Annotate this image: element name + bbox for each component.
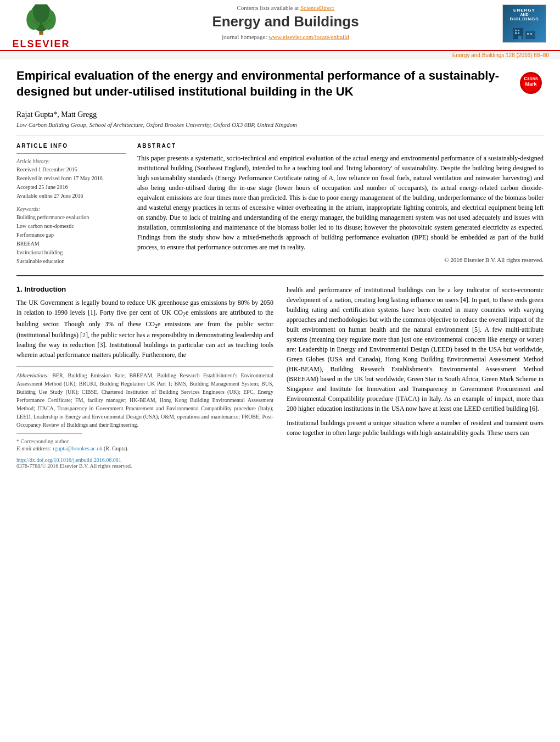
main-content: Empirical evaluation of the energy and e…: [0, 59, 560, 478]
abstract-section: ABSTRACT This paper presents a systemati…: [137, 143, 544, 266]
svg-rect-12: [518, 32, 519, 34]
sciencedirect-line: Contents lists available at ScienceDirec…: [82, 4, 489, 11]
doi-link[interactable]: http://dx.doi.org/10.1016/j.enbuild.2016…: [16, 457, 273, 463]
keyword-2: Low carbon non-domestic: [16, 222, 126, 230]
keyword-1: Building performance evaluation: [16, 214, 126, 221]
section-1-heading: 1. Introduction: [16, 285, 273, 293]
email-line: E-mail address: rgupta@brookes.ac.uk (R.…: [16, 444, 273, 453]
abstract-heading: ABSTRACT: [137, 143, 544, 149]
footnote-divider: [16, 433, 82, 434]
svg-rect-15: [518, 36, 522, 39]
svg-rect-9: [515, 30, 517, 31]
crossmark-area: Cross Mark: [519, 68, 544, 98]
article-history-label: Article history:: [16, 158, 126, 164]
article-number-bar: Energy and Buildings 128 (2016) 68–80: [0, 51, 560, 59]
journal-homepage: journal homepage: www.elsevier.com/locat…: [82, 34, 489, 40]
elsevier-label: ELSEVIER: [12, 38, 70, 50]
keywords-section: Keywords: Building performance evaluatio…: [16, 206, 126, 265]
keywords-label: Keywords:: [16, 206, 126, 212]
column-left: 1. Introduction The UK Government is leg…: [16, 285, 273, 469]
abstract-text: This paper presents a systematic, socio-…: [137, 153, 544, 252]
svg-rect-13: [527, 33, 529, 35]
authors: Rajat Gupta*, Matt Gregg: [16, 110, 544, 119]
crossmark-icon: Cross Mark: [519, 71, 544, 96]
abbreviations-section: Abbreviations: BER, Building Emission Ra…: [16, 366, 273, 429]
svg-rect-10: [518, 30, 519, 31]
intro-paragraph-right: health and performance of institutional …: [287, 285, 544, 414]
abbreviations-text: Abbreviations: BER, Building Emission Ra…: [16, 371, 273, 429]
article-info-heading: ARTICLE INFO: [16, 143, 126, 149]
intro-paragraph-1: The UK Government is legally bound to re…: [16, 298, 273, 360]
svg-rect-14: [530, 33, 532, 35]
two-column-body: 1. Introduction The UK Government is leg…: [16, 285, 544, 469]
email-link[interactable]: rgupta@brookes.ac.uk: [53, 445, 102, 451]
journal-title: Energy and Buildings: [82, 13, 489, 30]
article-body: ARTICLE INFO Article history: Received 1…: [16, 136, 544, 266]
corresponding-note: * Corresponding author.: [16, 438, 273, 444]
energy-buildings-logo: ENERGY AND BUILDINGS: [502, 4, 546, 43]
elsevier-tree-icon: [19, 4, 63, 37]
article-dates: Received 1 December 2015 Received in rev…: [16, 165, 126, 200]
journal-header: ELSEVIER Contents lists available at Sci…: [0, 0, 560, 51]
article-info: ARTICLE INFO Article history: Received 1…: [16, 143, 126, 266]
homepage-link[interactable]: www.elsevier.com/locate/enbuild: [268, 34, 349, 40]
keyword-5: Institutional building: [16, 249, 126, 256]
keyword-6: Sustainable education: [16, 258, 126, 265]
svg-text:Cross: Cross: [524, 76, 538, 81]
affiliation: Low Carbon Building Group, School of Arc…: [16, 121, 544, 128]
svg-rect-11: [515, 32, 517, 34]
journal-logo-right: ENERGY AND BUILDINGS: [500, 4, 549, 43]
rights-text: 0378-7788/© 2016 Elsevier B.V. All right…: [16, 463, 273, 469]
journal-center: Contents lists available at ScienceDirec…: [71, 4, 500, 40]
keyword-3: Performance gap: [16, 231, 126, 239]
svg-rect-8: [525, 31, 535, 39]
article-title-section: Empirical evaluation of the energy and e…: [16, 68, 544, 104]
article-title: Empirical evaluation of the energy and e…: [16, 68, 519, 99]
svg-text:Mark: Mark: [525, 81, 537, 87]
column-right: health and performance of institutional …: [287, 285, 544, 469]
elsevier-logo: ELSEVIER: [11, 4, 71, 50]
intro-paragraph-right-2: Institutional buildings present a unique…: [287, 418, 544, 438]
copyright: © 2016 Elsevier B.V. All rights reserved…: [137, 256, 544, 263]
body-divider: [16, 275, 544, 276]
sciencedirect-link[interactable]: ScienceDirect: [300, 4, 334, 11]
building-icon: [511, 24, 538, 39]
keyword-4: BREEAM: [16, 240, 126, 248]
